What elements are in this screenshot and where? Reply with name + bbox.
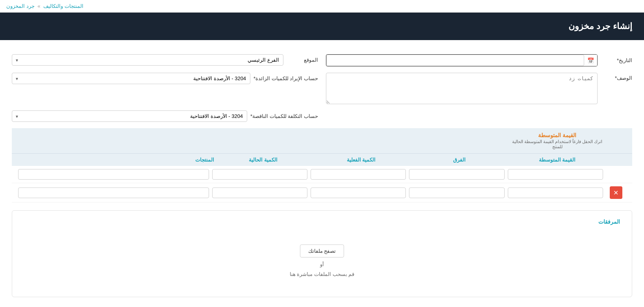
calendar-icon[interactable]: 📅	[584, 55, 597, 66]
date-input-wrapper: 📅 2021-09-05	[326, 54, 598, 66]
col-header-actual: الكمية الفعلية	[312, 157, 410, 163]
form-row-1: الموقع الفرع الرئيسي التاريخ* 📅 2021-09-…	[12, 54, 632, 66]
income-account-label: حساب الإيراد للكميات الزائدة*	[254, 75, 318, 81]
row1-current-cell: 7	[212, 169, 307, 180]
attachments-section: المرفقات تصفح ملفاتك أو قم بسحب الملفات …	[12, 210, 632, 297]
cost-account-label: حساب التكلفة للكميات الناقصة*	[250, 113, 318, 119]
row2-product-cell: iphone - 100200800	[18, 188, 209, 198]
date-label: التاريخ*	[601, 57, 632, 63]
main-card: الموقع الفرع الرئيسي التاريخ* 📅 2021-09-…	[0, 40, 644, 307]
row1-diff-input[interactable]: 0.0	[409, 169, 504, 180]
form-row-3: حساب التكلفة للكميات الناقصة* 3204 - الأ…	[12, 110, 632, 122]
row2-diff-input[interactable]: -1.0	[409, 188, 504, 198]
income-account-select[interactable]: 3204 - الأرصدة الافتتاحية	[12, 73, 250, 84]
income-account-select-wrapper: 3204 - الأرصدة الافتتاحية	[12, 73, 250, 84]
form-group-date: التاريخ* 📅 2021-09-05	[326, 54, 632, 66]
table-section: القيمة المتوسطة اترك الحقل فارغاً لاستخد…	[12, 128, 632, 202]
description-input[interactable]	[326, 73, 598, 104]
row2-current-input[interactable]: 49	[212, 188, 307, 198]
breadcrumb: المنتجات والتكاليف » جرد المخزون	[0, 0, 644, 13]
row1-diff-cell: 0.0	[409, 169, 504, 180]
page-header: إنشاء جرد مخزون	[0, 13, 644, 40]
breadcrumb-parent[interactable]: المنتجات والتكاليف	[43, 3, 83, 9]
col-header-current: الكمية الحالية	[214, 157, 312, 163]
row1-avg-cell: 2000.0	[508, 169, 603, 180]
avg-value-hint: اترك الحقل فارغاً لاستخدام القيمة المتوس…	[508, 139, 606, 149]
row2-actual-input[interactable]: 48	[311, 188, 406, 198]
cost-account-select[interactable]: 3204 - الأرصدة الافتتاحية	[12, 110, 247, 122]
upload-area: تصفح ملفاتك أو قم بسحب الملفات مباشرة هن…	[24, 233, 620, 289]
row2-avg-cell: 3000.0	[508, 188, 603, 198]
row1-actual-cell: 7	[311, 169, 406, 180]
avg-value-section: القيمة المتوسطة اترك الحقل فارغاً لاستخد…	[508, 132, 606, 149]
browse-button[interactable]: تصفح ملفاتك	[300, 244, 344, 257]
row1-actual-input[interactable]: 7	[311, 169, 406, 180]
row1-avg-input[interactable]: 2000.0	[508, 169, 603, 180]
form-row-2: حساب الإيراد للكميات الزائدة* 3204 - الأ…	[12, 73, 632, 104]
form-section: الموقع الفرع الرئيسي التاريخ* 📅 2021-09-…	[12, 48, 632, 122]
row2-actual-cell: 48	[311, 188, 406, 198]
row2-delete-button[interactable]: ✕	[610, 186, 622, 199]
upload-or: أو	[36, 261, 608, 267]
table-row: جوال سامسونج - 2.70902.1628661765904647 …	[12, 166, 632, 183]
table-row: iphone - 100200800 49 48 -1.0 3000.0 ✕	[12, 183, 632, 202]
form-group-income: حساب الإيراد للكميات الزائدة* 3204 - الأ…	[12, 73, 318, 84]
footer-buttons: حفظ وموافقة حفظ كمسودة	[12, 305, 632, 307]
form-group-cost: حساب التكلفة للكميات الناقصة* 3204 - الأ…	[12, 110, 318, 122]
form-group-location: الموقع الفرع الرئيسي	[12, 54, 318, 66]
location-select-wrapper: الفرع الرئيسي	[12, 54, 283, 66]
page-title: إنشاء جرد مخزون	[568, 21, 632, 31]
date-input[interactable]: 2021-09-05	[326, 55, 584, 66]
col-header-action	[606, 157, 626, 163]
breadcrumb-separator: »	[37, 3, 40, 9]
table-header: القيمة المتوسطة اترك الحقل فارغاً لاستخد…	[12, 128, 632, 153]
col-header-products: المنتجات	[18, 157, 214, 163]
row2-avg-input[interactable]: 3000.0	[508, 188, 603, 198]
cost-account-select-wrapper: 3204 - الأرصدة الافتتاحية	[12, 110, 247, 122]
breadcrumb-current[interactable]: جرد المخزون	[6, 3, 35, 9]
col-header-diff: الفرق	[410, 157, 508, 163]
avg-value-title: القيمة المتوسطة	[508, 132, 606, 138]
upload-drag-text: قم بسحب الملفات مباشرة هنا	[36, 271, 608, 277]
row1-current-input[interactable]: 7	[212, 169, 307, 180]
row1-product-cell: جوال سامسونج - 2.70902.1628661765904647	[18, 169, 209, 180]
location-label: الموقع	[287, 57, 318, 63]
location-select[interactable]: الفرع الرئيسي	[12, 54, 283, 66]
row2-diff-cell: -1.0	[409, 188, 504, 198]
row2-current-cell: 49	[212, 188, 307, 198]
row2-product-input[interactable]: iphone - 100200800	[18, 188, 209, 198]
col-header-avg: القيمة المتوسطة	[508, 157, 606, 163]
row1-product-input[interactable]: جوال سامسونج - 2.70902.1628661765904647	[18, 169, 209, 180]
form-group-description: الوصف*	[326, 73, 632, 104]
row2-action-cell: ✕	[606, 186, 626, 199]
col-headers: المنتجات الكمية الحالية الكمية الفعلية ا…	[12, 153, 632, 166]
description-label: الوصف*	[601, 75, 632, 81]
attachments-title: المرفقات	[24, 219, 620, 225]
